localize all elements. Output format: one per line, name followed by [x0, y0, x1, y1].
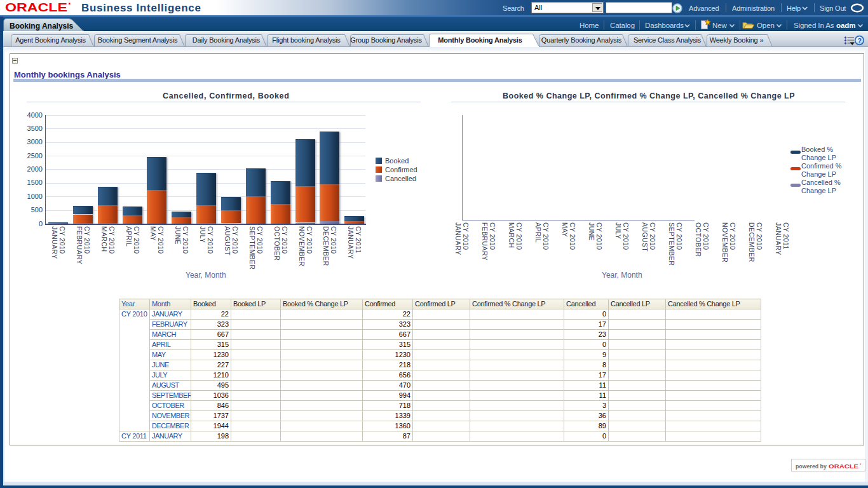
- svg-text:ORACLE: ORACLE: [829, 463, 858, 470]
- svg-text:Service Class Analysis: Service Class Analysis: [634, 36, 702, 44]
- svg-text:Monthly Booking Analysis: Monthly Booking Analysis: [438, 36, 522, 44]
- svg-text:Group Booking Analysis: Group Booking Analysis: [350, 36, 422, 44]
- svg-text:?: ?: [857, 37, 862, 44]
- svg-text:Booking Segment Analysis: Booking Segment Analysis: [98, 36, 178, 44]
- svg-text:Quarterly Booking Analysis: Quarterly Booking Analysis: [541, 36, 622, 44]
- svg-text:Daily Booking Analysis: Daily Booking Analysis: [193, 36, 261, 44]
- svg-text:Booking Analysis: Booking Analysis: [10, 22, 74, 30]
- svg-text:Weekly Booking »: Weekly Booking »: [710, 36, 764, 44]
- svg-text:Flight booking Analysis: Flight booking Analysis: [272, 36, 341, 44]
- svg-text:Agent Booking Analysis: Agent Booking Analysis: [15, 36, 86, 44]
